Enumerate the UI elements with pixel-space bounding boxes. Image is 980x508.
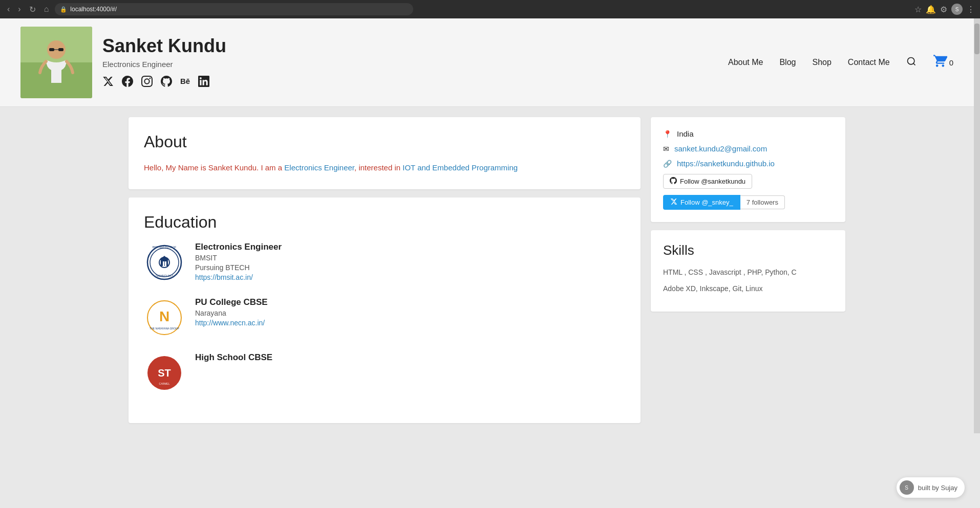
social-links: Bē: [102, 76, 226, 90]
about-bio: Hello, My Name is Sanket Kundu. I am a E…: [144, 162, 625, 174]
about-title: About: [144, 132, 625, 151]
svg-text:TECHNOLOGY: TECHNOLOGY: [155, 274, 174, 277]
carmel-logo: ST CARMEL: [144, 352, 185, 393]
bmsit-degree: Electronics Engineer: [195, 242, 282, 252]
settings-icon[interactable]: ⚙: [940, 5, 947, 14]
email-link[interactable]: sanket.kundu2@gmail.com: [674, 144, 767, 153]
linkedin-social-link[interactable]: [198, 76, 209, 90]
edu-item-highschool: ST CARMEL High School CBSE: [144, 352, 625, 393]
github-follow-button[interactable]: Follow @sanketkundu: [663, 174, 752, 189]
education-card: Education: [129, 197, 641, 423]
svg-text:CARMEL: CARMEL: [159, 382, 170, 385]
scrollbar-thumb[interactable]: [974, 24, 979, 54]
twitter-social-link[interactable]: [102, 76, 114, 90]
website-row: 🔗 https://sanketkundu.github.io: [663, 159, 833, 168]
right-sidebar: 📍 India ✉ sanket.kundu2@gmail.com 🔗 http…: [651, 117, 845, 423]
email-row: ✉ sanket.kundu2@gmail.com: [663, 144, 833, 153]
github-follow-label: Follow @sanketkundu: [680, 178, 745, 185]
svg-rect-4: [49, 48, 54, 51]
extension-icon[interactable]: 🔔: [926, 5, 936, 14]
about-bio-highlight2: IOT and Embedded Programming: [402, 163, 518, 172]
facebook-social-link[interactable]: [122, 76, 133, 90]
home-button[interactable]: ⌂: [42, 4, 51, 15]
twitter-follow-button[interactable]: Follow @_snkey_: [663, 195, 740, 210]
bmsit-status: Pursuing BTECH: [195, 263, 282, 272]
svg-rect-14: [165, 261, 166, 266]
browser-chrome: ‹ › ↻ ⌂ 🔒 localhost:4000/#/ ☆ 🔔 ⚙ S ⋮: [0, 0, 980, 18]
url-text: localhost:4000/#/: [70, 6, 117, 13]
twitter-btn-icon: [670, 198, 677, 207]
location-text: India: [677, 129, 694, 138]
website-link[interactable]: https://sanketkundu.github.io: [677, 159, 775, 168]
search-icon[interactable]: [906, 56, 917, 69]
header-profile: Sanket Kundu Electronics Engineer: [20, 27, 728, 98]
about-bio-highlight1: Electronics Engineer: [284, 163, 354, 172]
site-nav: About Me Blog Shop Contact Me 0: [728, 54, 953, 71]
twitter-follow-row: Follow @_snkey_ 7 followers: [663, 195, 833, 210]
skills-title: Skills: [663, 242, 833, 258]
edu-item-bmsit: BMS INSTITUTE OF TECHNOLOGY Electronics …: [144, 242, 625, 283]
profile-title: Electronics Engineer: [102, 60, 226, 69]
svg-line-8: [913, 63, 915, 65]
nav-about-me[interactable]: About Me: [728, 58, 763, 67]
refresh-button[interactable]: ↻: [27, 4, 38, 15]
bmsit-logo: BMS INSTITUTE OF TECHNOLOGY: [144, 242, 185, 283]
narayana-logo: N THE NARAYANA GROUP: [144, 297, 185, 338]
bmsit-details: Electronics Engineer BMSIT Pursuing BTEC…: [195, 242, 282, 281]
about-card: About Hello, My Name is Sanket Kundu. I …: [129, 117, 641, 189]
bmsit-link[interactable]: https://bmsit.ac.in/: [195, 273, 282, 281]
svg-rect-5: [58, 48, 63, 51]
site-header: Sanket Kundu Electronics Engineer: [0, 18, 974, 107]
profile-name: Sanket Kundu: [102, 35, 226, 57]
profile-info: Sanket Kundu Electronics Engineer: [102, 35, 226, 90]
behance-social-link[interactable]: Bē: [180, 76, 190, 90]
profile-avatar: [20, 27, 92, 98]
tech-skills: HTML , CSS , Javascript , PHP, Python, C: [663, 267, 833, 279]
nav-contact[interactable]: Contact Me: [848, 58, 890, 67]
svg-text:N: N: [159, 308, 169, 324]
link-icon: 🔗: [663, 160, 672, 168]
education-title: Education: [144, 213, 625, 232]
highschool-details: High School CBSE: [195, 352, 272, 363]
cart-icon: [933, 54, 947, 71]
skills-card: Skills HTML , CSS , Javascript , PHP, Py…: [651, 230, 845, 312]
cart-count: 0: [949, 58, 953, 67]
edu-item-narayana: N THE NARAYANA GROUP PU College CBSE Nar…: [144, 297, 625, 338]
twitter-followers-count: 7 followers: [747, 198, 778, 206]
svg-text:ST: ST: [158, 367, 171, 379]
narayana-details: PU College CBSE Narayana http://www.necn…: [195, 297, 268, 327]
back-button[interactable]: ‹: [5, 4, 12, 15]
narayana-institution: Narayana: [195, 309, 268, 317]
bmsit-institution: BMSIT: [195, 254, 282, 262]
location-row: 📍 India: [663, 129, 833, 138]
svg-text:THE NARAYANA GROUP: THE NARAYANA GROUP: [150, 327, 179, 330]
bookmark-icon[interactable]: ☆: [914, 5, 922, 14]
highschool-degree: High School CBSE: [195, 352, 272, 363]
scrollbar-track[interactable]: [974, 18, 980, 433]
narayana-link[interactable]: http://www.necn.ac.in/: [195, 319, 268, 327]
menu-icon[interactable]: ⋮: [967, 5, 975, 14]
forward-button[interactable]: ›: [16, 4, 23, 15]
github-btn-icon: [670, 177, 677, 186]
email-icon: ✉: [663, 145, 669, 153]
svg-text:BMS INSTITUTE OF: BMS INSTITUTE OF: [153, 246, 176, 249]
browser-toolbar: ☆ 🔔 ⚙ S ⋮: [914, 4, 975, 15]
nav-blog[interactable]: Blog: [779, 58, 796, 67]
lock-icon: 🔒: [60, 6, 67, 13]
contact-info-card: 📍 India ✉ sanket.kundu2@gmail.com 🔗 http…: [651, 117, 845, 222]
address-bar[interactable]: 🔒 localhost:4000/#/: [55, 3, 413, 15]
instagram-social-link[interactable]: [141, 76, 153, 90]
cart-button[interactable]: 0: [933, 54, 953, 71]
location-icon: 📍: [663, 130, 672, 138]
twitter-follow-label: Follow @_snkey_: [680, 198, 733, 206]
svg-rect-13: [163, 261, 164, 266]
main-layout: About Hello, My Name is Sanket Kundu. I …: [113, 107, 861, 433]
narayana-degree: PU College CBSE: [195, 297, 268, 307]
user-avatar[interactable]: S: [951, 4, 963, 15]
nav-shop[interactable]: Shop: [812, 58, 831, 67]
twitter-followers-badge: 7 followers: [740, 195, 785, 209]
github-social-link[interactable]: [161, 76, 172, 90]
left-content: About Hello, My Name is Sanket Kundu. I …: [129, 117, 641, 423]
svg-point-7: [907, 57, 914, 64]
tool-skills: Adobe XD, Inkscape, Git, Linux: [663, 283, 833, 295]
